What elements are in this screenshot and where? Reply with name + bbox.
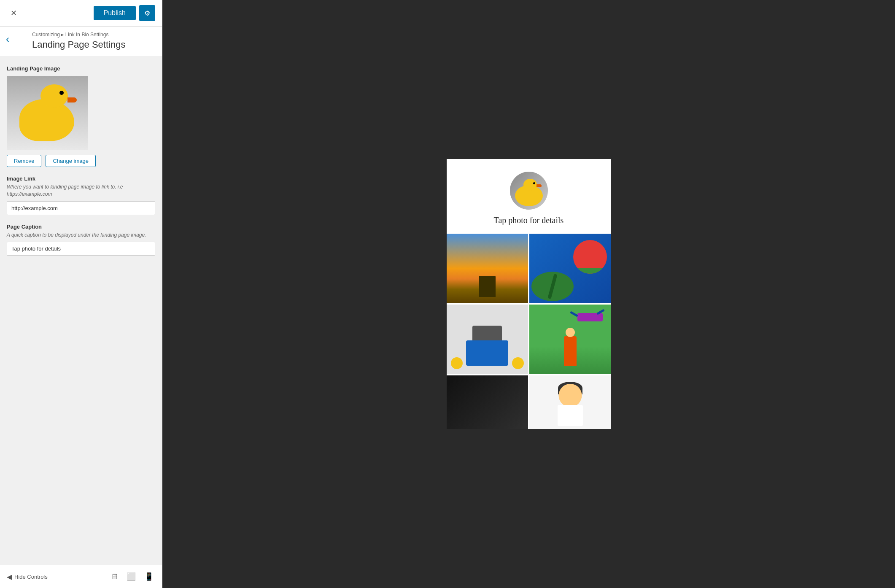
caption-text: Tap photo for details xyxy=(494,216,564,225)
profile-section: Tap photo for details xyxy=(447,159,611,229)
grid-cell-robot[interactable] xyxy=(447,305,528,374)
page-caption-section: Page Caption A quick caption to be displ… xyxy=(7,224,155,256)
bottom-bar: ◀ Hide Controls 🖥 ⬜ 📱 xyxy=(0,565,162,588)
back-arrow-icon: ‹ xyxy=(6,33,9,45)
hide-controls-arrow-icon: ◀ xyxy=(7,573,12,581)
device-icons: 🖥 ⬜ 📱 xyxy=(109,570,155,583)
settings-button[interactable]: ⚙ xyxy=(139,5,155,21)
grid-cell-dark[interactable] xyxy=(447,375,528,429)
publish-button[interactable]: Publish xyxy=(94,6,136,20)
mobile-icon-button[interactable]: 📱 xyxy=(143,570,155,583)
landing-page-image-section: Landing Page Image Remove Change image xyxy=(7,65,155,167)
gear-icon: ⚙ xyxy=(144,9,150,17)
preview-card: Tap photo for details xyxy=(447,159,611,429)
page-title: Landing Page Settings xyxy=(32,39,155,50)
image-link-input[interactable] xyxy=(7,201,155,215)
grid-cell-boy[interactable] xyxy=(529,375,611,429)
panel-content: Landing Page Image Remove Change image I… xyxy=(0,57,162,565)
top-bar: Publish ⚙ xyxy=(0,0,162,27)
page-caption-label: Page Caption xyxy=(7,224,155,230)
tablet-icon-button[interactable]: ⬜ xyxy=(125,570,137,583)
remove-image-button[interactable]: Remove xyxy=(7,155,41,167)
page-caption-input[interactable] xyxy=(7,242,155,256)
change-image-button[interactable]: Change image xyxy=(46,155,96,167)
hide-controls-button[interactable]: ◀ Hide Controls xyxy=(7,573,48,581)
left-panel: Publish ⚙ ‹ Customizing ▸ Link In Bio Se… xyxy=(0,0,162,588)
back-button[interactable]: ‹ xyxy=(6,33,9,45)
hide-controls-wrap: ◀ Hide Controls xyxy=(7,573,48,581)
page-caption-description: A quick caption to be displayed under th… xyxy=(7,232,155,239)
profile-avatar[interactable] xyxy=(510,172,548,210)
grid-cell-sunset[interactable] xyxy=(447,234,528,303)
landing-page-image-label: Landing Page Image xyxy=(7,65,155,72)
grid-cell-drone[interactable] xyxy=(529,305,611,374)
breadcrumb: Customizing ▸ Link In Bio Settings xyxy=(32,32,155,38)
breadcrumb-area: ‹ Customizing ▸ Link In Bio Settings Lan… xyxy=(0,27,162,57)
image-link-description: Where you want to landing page image to … xyxy=(7,183,155,198)
close-icon xyxy=(11,8,17,18)
desktop-icon-button[interactable]: 🖥 xyxy=(109,570,120,583)
hide-controls-label: Hide Controls xyxy=(14,574,48,580)
grid-cell-watermelon[interactable] xyxy=(529,234,611,303)
close-button[interactable] xyxy=(7,6,20,20)
image-link-section: Image Link Where you want to landing pag… xyxy=(7,175,155,215)
tablet-icon: ⬜ xyxy=(127,572,136,581)
photo-grid xyxy=(447,234,611,429)
image-buttons: Remove Change image xyxy=(7,155,155,167)
desktop-icon: 🖥 xyxy=(111,572,118,581)
mobile-icon: 📱 xyxy=(144,572,154,581)
preview-area: Tap photo for details xyxy=(162,0,895,588)
image-preview xyxy=(7,76,88,150)
image-link-label: Image Link xyxy=(7,175,155,182)
